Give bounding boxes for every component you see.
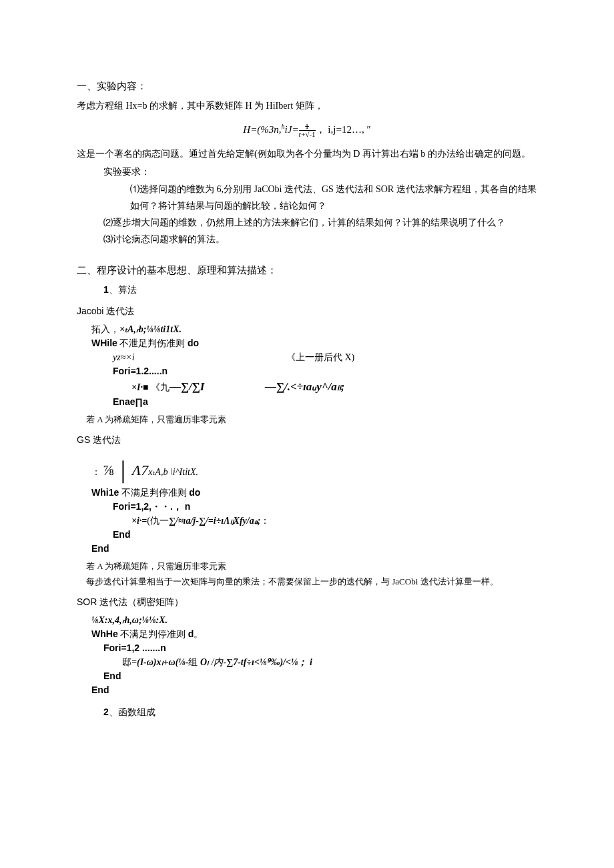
requirement-1-wrap: ⑴选择问题的维数为 6,分别用 JaCObi 迭代法、GS 迭代法和 SOR 迭… xyxy=(103,181,537,214)
jacobi-for: Fori≡1.2.....n xyxy=(113,366,168,376)
jacobi-l5: ×I·■ 《九—∑/∑I —∑/.<÷ıaᵤy^/aᵢᵢ; xyxy=(91,378,537,396)
requirement-1: ⑴选择问题的维数为 6,分别用 JaCObi 迭代法、GS 迭代法和 SOR 迭… xyxy=(130,184,537,211)
sor-title: SOR 迭代法（稠密矩阵） xyxy=(77,594,537,610)
sor-for: Fori=1,2 .......n xyxy=(103,642,166,653)
gs-title: GS 迭代法 xyxy=(77,432,537,448)
jacobi-while: WHile xyxy=(91,338,117,348)
subsection-2: 2、函数组成 xyxy=(77,704,537,721)
sor-l3: Fori=1,2 .......n xyxy=(91,641,537,655)
jacobi-l5d: —∑/.<÷ıaᵤy^/aᵢᵢ; xyxy=(265,378,344,396)
gs-l4: ×i·=(仇一∑/≈ıa/j-∑/=i÷ıΛᵢⱼXfy/aₐ;： xyxy=(91,514,537,528)
jacobi-l4: Fori≡1.2.....n xyxy=(91,364,537,378)
sub2-label: 、函数组成 xyxy=(109,707,156,717)
jacobi-l3a: yz≈×i xyxy=(113,350,286,364)
jacobi-algorithm: 拓入，×ₜA,ᵣb;⅛⅛ti1tX. WHile 不泄足判伤准则 do yz≈×… xyxy=(77,322,537,410)
paragraph-intro: 考虑方程组 Hx=b 的求解，其中系数矩阵 H 为 HiIbert 矩阵， xyxy=(77,97,537,114)
sor-l2c: d xyxy=(188,628,194,639)
jacobi-l5a: ×I·■ xyxy=(131,382,148,392)
sor-l4: 邸=(I-ω)xᵢ+ω(⅛-组 Oᵢ /内-∑7-tf÷ı<⅛⁹‰)/<⅛； i xyxy=(91,655,537,669)
gs-note1: 若 A 为稀疏矩阵，只需遍历非零元素 xyxy=(77,558,537,574)
requirement-2: ⑵逐步增大问题的维数，仍然用上述的方法来解它们，计算的结果如何？计算的结果说明了… xyxy=(77,214,537,231)
jacobi-l1a: 拓入， xyxy=(91,324,119,334)
jacobi-l1: 拓入，×ₜA,ᵣb;⅛⅛ti1tX. xyxy=(91,322,537,336)
gs-l2: Whi1e 不满足判停准则 do xyxy=(91,486,537,500)
jacobi-l2b: 不泄足判伤准则 xyxy=(117,338,188,348)
jacobi-l5b: 《九 xyxy=(151,382,170,392)
sub1-num: 1 xyxy=(103,284,109,295)
paragraph-illposed: 这是一个著名的病态问题。通过首先给定解(例如取为各个分量均为 D 再计算出右端 … xyxy=(77,145,537,162)
formula-right: ， i,j=12…, ″ xyxy=(316,124,371,135)
sor-l5: End xyxy=(91,669,537,683)
gs-l1d: Λ7 xyxy=(132,462,148,478)
jacobi-l3b: 《上一册后代 X) xyxy=(286,350,354,364)
sor-l2: WhHe 不满足判停准则 d。 xyxy=(91,627,537,641)
formula-left: H=(%3n, xyxy=(243,124,281,135)
jacobi-l1b: ×ₜA,ᵣb;⅛⅛ti1tX. xyxy=(119,324,182,334)
gs-algorithm: ： ⅞ │ Λ7xₜA,b \i^ItitX. Whi1e 不满足判停准则 do… xyxy=(77,455,537,556)
sor-l2d: 。 xyxy=(194,629,203,639)
gs-l4a: ×i·= xyxy=(131,516,147,526)
document-page: 一、实验内容： 考虑方程组 Hx=b 的求解，其中系数矩阵 H 为 HiIber… xyxy=(0,0,614,761)
requirement-3: ⑶讨论病态问题求解的算法。 xyxy=(77,231,537,248)
gs-for: Fori=1,2,・・.， n xyxy=(113,501,190,512)
sor-l4e: /内- xyxy=(212,657,227,667)
sor-l2b: 不满足判停准则 xyxy=(118,629,188,639)
gs-l1a: ： xyxy=(91,467,101,477)
gs-l1c: │ xyxy=(117,461,130,482)
sor-while: WhHe xyxy=(91,628,118,639)
jacobi-l3: yz≈×i 《上一册后代 X) xyxy=(91,350,537,364)
frac-bot: r+√-1 xyxy=(299,130,316,138)
sor-l1: ⅛X:x,4,ᵣh,ω;⅛⅛:X. xyxy=(91,613,537,627)
gs-l1e: xₜA,b \i^ItitX. xyxy=(148,467,198,477)
section-2-title: 二、程序设计的基本思想、原理和算法描述： xyxy=(77,261,537,279)
jacobi-note: 若 A 为稀疏矩阵，只需遍历非零元素 xyxy=(77,412,537,427)
gs-l3: Fori=1,2,・・.， n xyxy=(91,500,537,514)
sor-algorithm: ⅛X:x,4,ᵣh,ω;⅛⅛:X. WhHe 不满足判停准则 d。 Fori=1… xyxy=(77,613,537,697)
sor-l4b: =(I-ω)xᵢ+ω(⅛- xyxy=(131,657,188,667)
subsection-1: 1、算法 xyxy=(77,282,537,298)
jacobi-do: do xyxy=(188,338,199,348)
sub2-num: 2 xyxy=(103,707,109,717)
gs-l6: End xyxy=(91,542,537,556)
formula-fraction: 1r+√-1 xyxy=(299,123,316,138)
jacobi-l5c: —∑/∑I xyxy=(170,380,205,393)
gs-l4b: (仇一 xyxy=(147,516,169,526)
gs-l4d: ： xyxy=(260,516,270,526)
sor-l4a: 邸 xyxy=(122,657,131,667)
gs-note2: 每步迭代计算量相当于一次矩阵与向量的乘法；不需要保留上一步的迭代解，与 JaCO… xyxy=(77,574,537,589)
sor-l4c: 组 xyxy=(188,657,200,667)
gs-l2b: 不满足判停准则 xyxy=(119,488,189,498)
section-1-title: 一、实验内容： xyxy=(77,77,537,95)
requirements-title: 实验要求： xyxy=(103,163,537,180)
gs-while: Whi1e xyxy=(91,487,119,498)
jacobi-l2: WHile 不泄足判伤准则 do xyxy=(91,336,537,350)
sor-l4f: ∑7-tf÷ı<⅛⁹‰)/<⅛； i xyxy=(226,657,312,667)
formula-mid: iJ= xyxy=(285,124,299,135)
sub1-label: 、算法 xyxy=(109,285,137,295)
sor-l6: End xyxy=(91,683,537,697)
sor-l4d: Oᵢ xyxy=(200,657,212,667)
jacobi-l6: Enae∏a xyxy=(91,395,537,409)
jacobi-title: Jacobi 迭代法 xyxy=(77,303,537,320)
gs-do: do xyxy=(189,487,200,498)
frac-top: 1 xyxy=(299,123,316,130)
gs-l5: End xyxy=(91,528,537,542)
gs-l4c: ∑/≈ıa/j-∑/=i÷ıΛᵢⱼXfy/aₐ; xyxy=(169,516,260,526)
hilbert-formula: H=(%3n,hiJ=1r+√-1， i,j=12…, ″ xyxy=(77,121,537,139)
gs-l1: ： ⅞ │ Λ7xₜA,b \i^ItitX. xyxy=(91,455,537,483)
requirements-block: 实验要求： ⑴选择问题的维数为 6,分别用 JaCObi 迭代法、GS 迭代法和… xyxy=(77,163,537,214)
gs-l1b: ⅞ xyxy=(103,462,115,478)
